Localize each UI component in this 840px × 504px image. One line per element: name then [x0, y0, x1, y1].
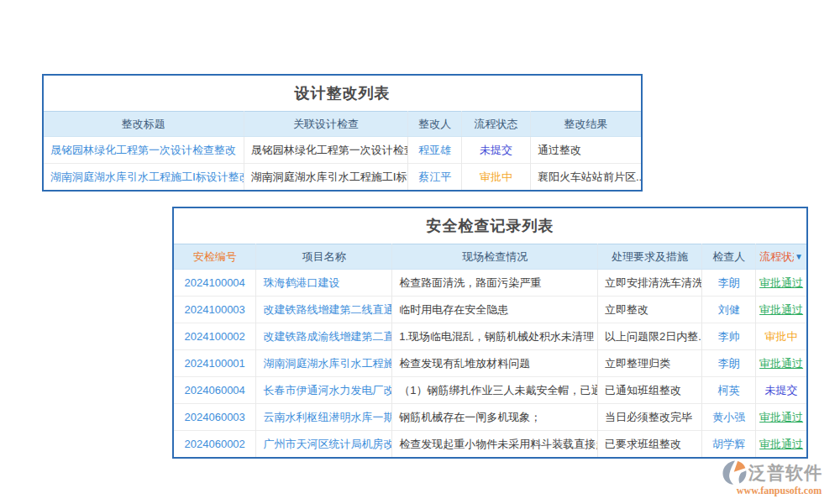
inspector-link[interactable]: 黄小强	[702, 404, 756, 431]
col-header-rectifier: 整改人	[408, 112, 462, 137]
site-situation-cell: 检查发现起重小物件未采用料斗装载直接起...	[392, 431, 598, 458]
fanpu-logo-icon	[722, 460, 747, 485]
col-header-flow-status: 流程状态	[462, 112, 531, 137]
flow-status-header-label: 流程状态	[759, 249, 794, 265]
measures-cell: 立即整理归类	[597, 350, 701, 377]
brand-url: www.fanpusoft.com	[722, 485, 836, 497]
page: 设计整改列表 整改标题 关联设计检查 整改人 流程状态 整改结果 晟铭园林绿化工…	[0, 0, 840, 504]
col-header-flow-status-sortable[interactable]: 流程状态 ▼	[756, 244, 806, 270]
safety-inspection-table: 安检编号 项目名称 现场检查情况 处理要求及措施 检查人 流程状态 ▼ 2024…	[174, 244, 806, 457]
rectify-title-link[interactable]: 湖南洞庭湖水库引水工程施工Ⅰ标设计整改	[44, 164, 244, 191]
status-badge[interactable]: 审批通过	[756, 270, 806, 297]
status-badge: 未提交	[462, 137, 531, 164]
inspection-no-link[interactable]: 2024100002	[174, 323, 256, 350]
status-badge[interactable]: 审批通过	[756, 431, 806, 458]
status-badge: 审批中	[462, 164, 531, 191]
site-situation-cell: 1.现场临电混乱，钢筋机械处积水未清理；2...	[392, 323, 598, 350]
inspection-no-link[interactable]: 2024100004	[174, 270, 256, 297]
table-row: 2024100002 改建铁路成渝线增建第二直... 1.现场临电混乱，钢筋机械…	[174, 323, 806, 350]
rectify-result-cell: 通过整改	[530, 137, 641, 164]
measures-cell: 立即安排清洗车清洗	[597, 270, 701, 297]
status-badge[interactable]: 审批通过	[756, 350, 806, 377]
measures-cell: 以上问题限2日内整...	[597, 323, 701, 350]
related-check-cell: 晟铭园林绿化工程第一次设计检查	[244, 137, 408, 164]
col-header-project-name: 项目名称	[256, 244, 392, 270]
safety-table-title: 安全检查记录列表	[174, 208, 806, 244]
project-name-link[interactable]: 长春市伊通河水力发电厂改...	[256, 377, 392, 404]
rectifier-link[interactable]: 蔡江平	[408, 164, 462, 191]
inspector-link[interactable]: 李朗	[702, 270, 756, 297]
col-header-inspection-no: 安检编号	[174, 244, 256, 270]
measures-cell: 立即整改	[597, 297, 701, 323]
inspector-link[interactable]: 李帅	[702, 323, 756, 350]
inspection-no-link[interactable]: 2024060004	[174, 377, 256, 404]
table-row: 2024060003 云南水利枢纽潜明水库一期... 钢筋机械存在一闸多机现象；…	[174, 404, 806, 431]
col-header-site-situation: 现场检查情况	[392, 244, 598, 270]
safety-header-row: 安检编号 项目名称 现场检查情况 处理要求及措施 检查人 流程状态 ▼	[174, 244, 806, 270]
col-header-rectify-result: 整改结果	[530, 112, 641, 137]
status-badge: 未提交	[756, 377, 806, 404]
project-name-link[interactable]: 广州市天河区统计局机房改...	[256, 431, 392, 458]
project-name-link[interactable]: 改建铁路线增建第二线直通...	[256, 297, 392, 323]
rectify-title-link[interactable]: 晟铭园林绿化工程第一次设计检查整改	[44, 137, 244, 164]
inspector-link[interactable]: 李朗	[702, 350, 756, 377]
table-row: 2024100003 改建铁路线增建第二线直通... 临时用电存在安全隐患 立即…	[174, 297, 806, 323]
measures-cell: 已要求班组整改	[597, 431, 701, 458]
col-header-rectify-title: 整改标题	[44, 112, 244, 137]
design-rectification-panel: 设计整改列表 整改标题 关联设计检查 整改人 流程状态 整改结果 晟铭园林绿化工…	[42, 74, 643, 192]
related-check-cell: 湖南洞庭湖水库引水工程施工Ⅰ标...	[244, 164, 408, 191]
rectify-result-cell: 襄阳火车站站前片区...	[530, 164, 641, 191]
design-rectification-table: 整改标题 关联设计检查 整改人 流程状态 整改结果 晟铭园林绿化工程第一次设计检…	[44, 111, 641, 190]
brand-name: 泛普软件	[748, 461, 822, 485]
col-header-inspector: 检查人	[702, 244, 756, 270]
sort-down-icon[interactable]: ▼	[795, 252, 803, 261]
site-situation-cell: 检查路面清洗，路面污染严重	[392, 270, 598, 297]
inspector-link[interactable]: 柯英	[702, 377, 756, 404]
inspection-no-link[interactable]: 2024060003	[174, 404, 256, 431]
site-situation-cell: 临时用电存在安全隐患	[392, 297, 598, 323]
design-header-row: 整改标题 关联设计检查 整改人 流程状态 整改结果	[44, 112, 641, 137]
table-row: 湖南洞庭湖水库引水工程施工Ⅰ标设计整改 湖南洞庭湖水库引水工程施工Ⅰ标... 蔡…	[44, 164, 641, 191]
site-situation-cell: （1）钢筋绑扎作业三人未戴安全帽，已通知...	[392, 377, 598, 404]
table-row: 晟铭园林绿化工程第一次设计检查整改 晟铭园林绿化工程第一次设计检查 程亚雄 未提…	[44, 137, 641, 164]
design-table-title: 设计整改列表	[44, 76, 641, 111]
inspection-no-link[interactable]: 2024100003	[174, 297, 256, 323]
rectifier-link[interactable]: 程亚雄	[408, 137, 462, 164]
site-situation-cell: 钢筋机械存在一闸多机现象；	[392, 404, 598, 431]
project-name-link[interactable]: 珠海鹤港口建设	[256, 270, 392, 297]
col-header-measures: 处理要求及措施	[597, 244, 701, 270]
project-name-link[interactable]: 改建铁路成渝线增建第二直...	[256, 323, 392, 350]
table-row: 2024060002 广州市天河区统计局机房改... 检查发现起重小物件未采用料…	[174, 431, 806, 458]
inspection-no-link[interactable]: 2024100001	[174, 350, 256, 377]
status-badge: 审批中	[756, 323, 806, 350]
table-row: 2024100001 湖南洞庭湖水库引水工程施... 检查发现有乱堆放材料问题 …	[174, 350, 806, 377]
table-row: 2024060004 长春市伊通河水力发电厂改... （1）钢筋绑扎作业三人未戴…	[174, 377, 806, 404]
inspector-link[interactable]: 胡学辉	[702, 431, 756, 458]
table-row: 2024100004 珠海鹤港口建设 检查路面清洗，路面污染严重 立即安排清洗车…	[174, 270, 806, 297]
status-badge[interactable]: 审批通过	[756, 404, 806, 431]
site-situation-cell: 检查发现有乱堆放材料问题	[392, 350, 598, 377]
fanpu-watermark: 泛普软件 www.fanpusoft.com	[722, 460, 836, 497]
status-badge[interactable]: 审批通过	[756, 297, 806, 323]
safety-inspection-panel: 安全检查记录列表 安检编号 项目名称 现场检查情况 处理要求及措施 检查人 流程…	[172, 207, 808, 459]
project-name-link[interactable]: 云南水利枢纽潜明水库一期...	[256, 404, 392, 431]
measures-cell: 已通知班组整改	[597, 377, 701, 404]
inspection-no-link[interactable]: 2024060002	[174, 431, 256, 458]
col-header-related-check: 关联设计检查	[244, 112, 408, 137]
measures-cell: 当日必须整改完毕	[597, 404, 701, 431]
project-name-link[interactable]: 湖南洞庭湖水库引水工程施...	[256, 350, 392, 377]
inspector-link[interactable]: 刘健	[702, 297, 756, 323]
